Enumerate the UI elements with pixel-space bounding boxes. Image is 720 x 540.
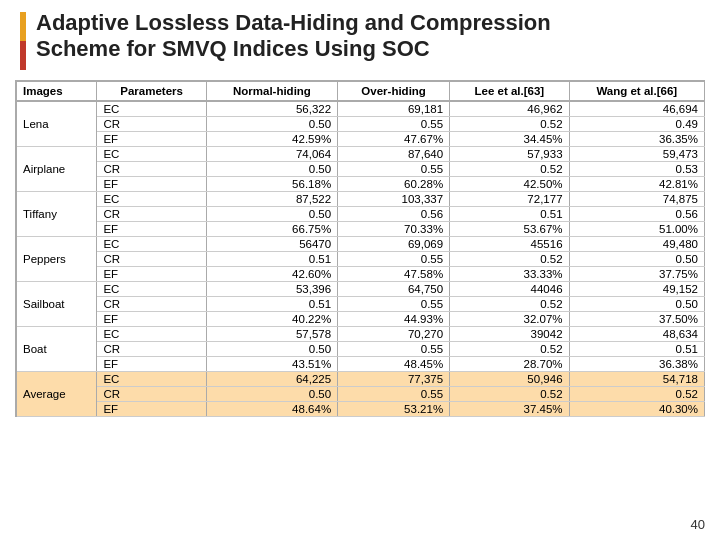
cell-lee: 39042 — [450, 327, 569, 342]
cell-over-hiding: 103,337 — [338, 192, 450, 207]
cell-wang: 59,473 — [569, 147, 704, 162]
cell-param: CR — [97, 207, 206, 222]
cell-param: EF — [97, 177, 206, 192]
page-number: 40 — [691, 517, 705, 532]
cell-lee: 50,946 — [450, 372, 569, 387]
cell-normal-hiding: 0.50 — [206, 207, 337, 222]
cell-over-hiding: 70.33% — [338, 222, 450, 237]
cell-param: EC — [97, 192, 206, 207]
table-row: AverageEC64,22577,37550,94654,718 — [17, 372, 705, 387]
title-line1: Adaptive Lossless Data-Hiding and Compre… — [36, 10, 551, 36]
cell-image: Sailboat — [17, 282, 97, 327]
cell-over-hiding: 64,750 — [338, 282, 450, 297]
table-row: CR0.510.550.520.50 — [17, 252, 705, 267]
cell-param: EF — [97, 267, 206, 282]
table-row: PeppersEC5647069,0694551649,480 — [17, 237, 705, 252]
cell-wang: 42.81% — [569, 177, 704, 192]
table-row: SailboatEC53,39664,7504404649,152 — [17, 282, 705, 297]
cell-over-hiding: 47.58% — [338, 267, 450, 282]
cell-wang: 74,875 — [569, 192, 704, 207]
cell-lee: 42.50% — [450, 177, 569, 192]
cell-wang: 46,694 — [569, 101, 704, 117]
cell-normal-hiding: 0.51 — [206, 252, 337, 267]
cell-wang: 51.00% — [569, 222, 704, 237]
table-row: CR0.510.550.520.50 — [17, 297, 705, 312]
cell-normal-hiding: 66.75% — [206, 222, 337, 237]
cell-normal-hiding: 0.50 — [206, 162, 337, 177]
table-row: CR0.500.550.520.49 — [17, 117, 705, 132]
cell-param: EF — [97, 402, 206, 417]
table-row: CR0.500.550.520.51 — [17, 342, 705, 357]
cell-wang: 0.49 — [569, 117, 704, 132]
cell-lee: 0.51 — [450, 207, 569, 222]
title-line2: Scheme for SMVQ Indices Using SOC — [36, 36, 551, 62]
cell-wang: 54,718 — [569, 372, 704, 387]
cell-over-hiding: 60.28% — [338, 177, 450, 192]
cell-normal-hiding: 56,322 — [206, 101, 337, 117]
cell-lee: 57,933 — [450, 147, 569, 162]
cell-normal-hiding: 64,225 — [206, 372, 337, 387]
cell-lee: 37.45% — [450, 402, 569, 417]
cell-normal-hiding: 0.50 — [206, 387, 337, 402]
header-accent-bar — [20, 12, 26, 70]
cell-normal-hiding: 57,578 — [206, 327, 337, 342]
cell-normal-hiding: 74,064 — [206, 147, 337, 162]
cell-lee: 44046 — [450, 282, 569, 297]
cell-param: EF — [97, 222, 206, 237]
cell-param: EC — [97, 327, 206, 342]
cell-param: CR — [97, 117, 206, 132]
page: Adaptive Lossless Data-Hiding and Compre… — [0, 0, 720, 540]
cell-over-hiding: 0.55 — [338, 297, 450, 312]
cell-wang: 49,480 — [569, 237, 704, 252]
cell-lee: 32.07% — [450, 312, 569, 327]
cell-over-hiding: 77,375 — [338, 372, 450, 387]
table-row: EF40.22%44.93%32.07%37.50% — [17, 312, 705, 327]
cell-param: EF — [97, 312, 206, 327]
cell-over-hiding: 0.55 — [338, 162, 450, 177]
cell-lee: 0.52 — [450, 162, 569, 177]
table-row: EF42.60%47.58%33.33%37.75% — [17, 267, 705, 282]
data-table-container: Images Parameters Normal-hiding Over-hid… — [15, 80, 705, 417]
cell-lee: 45516 — [450, 237, 569, 252]
cell-over-hiding: 48.45% — [338, 357, 450, 372]
col-over-hiding: Over-hiding — [338, 82, 450, 101]
cell-lee: 28.70% — [450, 357, 569, 372]
col-normal-hiding: Normal-hiding — [206, 82, 337, 101]
cell-wang: 0.56 — [569, 207, 704, 222]
cell-over-hiding: 0.55 — [338, 342, 450, 357]
cell-param: CR — [97, 297, 206, 312]
cell-normal-hiding: 42.60% — [206, 267, 337, 282]
header: Adaptive Lossless Data-Hiding and Compre… — [15, 10, 705, 70]
table-row: CR0.500.550.520.52 — [17, 387, 705, 402]
cell-over-hiding: 0.55 — [338, 387, 450, 402]
cell-image: Peppers — [17, 237, 97, 282]
cell-image: Boat — [17, 327, 97, 372]
cell-lee: 0.52 — [450, 342, 569, 357]
cell-wang: 0.52 — [569, 387, 704, 402]
cell-param: EC — [97, 282, 206, 297]
cell-param: CR — [97, 162, 206, 177]
cell-wang: 36.35% — [569, 132, 704, 147]
cell-over-hiding: 0.55 — [338, 117, 450, 132]
cell-param: CR — [97, 342, 206, 357]
table-header-row: Images Parameters Normal-hiding Over-hid… — [17, 82, 705, 101]
cell-param: EC — [97, 147, 206, 162]
cell-over-hiding: 0.56 — [338, 207, 450, 222]
cell-param: CR — [97, 252, 206, 267]
cell-wang: 49,152 — [569, 282, 704, 297]
cell-normal-hiding: 56.18% — [206, 177, 337, 192]
cell-normal-hiding: 0.50 — [206, 342, 337, 357]
cell-lee: 0.52 — [450, 387, 569, 402]
cell-over-hiding: 53.21% — [338, 402, 450, 417]
table-row: EF56.18%60.28%42.50%42.81% — [17, 177, 705, 192]
cell-normal-hiding: 87,522 — [206, 192, 337, 207]
table-row: CR0.500.560.510.56 — [17, 207, 705, 222]
cell-param: EC — [97, 372, 206, 387]
cell-normal-hiding: 0.51 — [206, 297, 337, 312]
cell-lee: 72,177 — [450, 192, 569, 207]
table-row: CR0.500.550.520.53 — [17, 162, 705, 177]
cell-param: CR — [97, 387, 206, 402]
cell-wang: 37.75% — [569, 267, 704, 282]
table-row: AirplaneEC74,06487,64057,93359,473 — [17, 147, 705, 162]
cell-wang: 0.50 — [569, 252, 704, 267]
